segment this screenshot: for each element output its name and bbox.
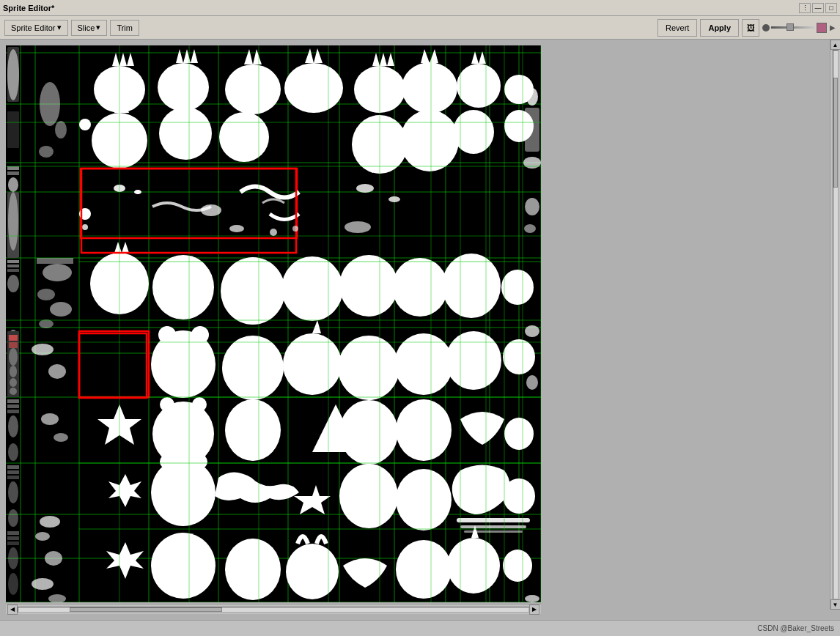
menu-icon-btn[interactable]: ⋮ — [799, 3, 811, 13]
scroll-down-arrow[interactable]: ▼ — [830, 599, 841, 610]
scroll-v-thumb[interactable] — [833, 78, 838, 188]
svg-point-124 — [37, 289, 55, 300]
trim-btn[interactable]: Trim — [110, 20, 139, 36]
svg-point-86 — [338, 336, 399, 400]
title-bar-left: Sprite Editor* — [3, 4, 54, 12]
svg-point-69 — [221, 257, 285, 325]
vertical-scrollbar[interactable]: ▲ ▼ — [830, 40, 840, 610]
svg-rect-170 — [7, 399, 19, 403]
zoom-slider[interactable] — [771, 23, 815, 33]
svg-point-116 — [525, 595, 539, 602]
svg-point-73 — [442, 254, 501, 318]
sprite-editor-label: Sprite Editor — [11, 23, 56, 32]
svg-point-107 — [396, 469, 452, 530]
svg-rect-161 — [7, 269, 19, 272]
svg-point-53 — [388, 196, 400, 202]
horizontal-scrollbar[interactable]: ◀ ▶ — [6, 604, 541, 614]
svg-point-187 — [39, 146, 54, 158]
svg-point-127 — [526, 88, 538, 106]
svg-point-125 — [50, 302, 72, 317]
svg-rect-122 — [37, 258, 73, 264]
scroll-h-thumb[interactable] — [70, 607, 223, 612]
svg-point-71 — [339, 255, 398, 317]
svg-point-82 — [191, 326, 209, 344]
svg-rect-176 — [7, 470, 19, 474]
svg-point-129 — [523, 157, 541, 169]
svg-point-74 — [501, 270, 534, 305]
svg-point-178 — [8, 481, 18, 503]
svg-point-87 — [394, 333, 453, 395]
svg-marker-26 — [112, 53, 134, 66]
svg-point-112 — [396, 540, 452, 599]
svg-rect-61 — [7, 166, 19, 170]
svg-rect-175 — [7, 465, 19, 469]
svg-point-41 — [7, 49, 19, 100]
svg-point-109 — [151, 533, 215, 599]
maximize-btn[interactable]: □ — [825, 3, 837, 13]
svg-point-190 — [79, 119, 91, 130]
minimize-btn[interactable]: — — [812, 3, 824, 13]
svg-point-51 — [134, 190, 141, 194]
apply-button[interactable]: Apply — [700, 19, 739, 37]
svg-point-58 — [400, 110, 459, 171]
zoom-dot-min — [762, 24, 770, 32]
scroll-h-track[interactable] — [18, 607, 529, 613]
svg-rect-159 — [7, 260, 19, 263]
svg-point-115 — [503, 550, 532, 582]
sprite-editor-canvas[interactable] — [6, 45, 541, 602]
svg-marker-28 — [176, 49, 198, 63]
svg-point-79 — [48, 364, 66, 379]
svg-rect-177 — [7, 476, 19, 479]
svg-point-118 — [35, 532, 50, 541]
svg-rect-165 — [9, 342, 18, 348]
canvas-wrapper: ◀ ▶ — [0, 40, 840, 620]
svg-point-166 — [9, 348, 18, 366]
svg-rect-182 — [7, 541, 19, 545]
trim-label: Trim — [117, 23, 133, 32]
svg-point-52 — [356, 184, 374, 193]
svg-point-89 — [503, 339, 535, 374]
svg-point-135 — [82, 224, 88, 230]
scroll-right-arrow[interactable]: ▶ — [529, 604, 539, 615]
svg-point-95 — [225, 399, 281, 461]
svg-point-47 — [159, 107, 212, 160]
svg-point-132 — [525, 325, 539, 337]
title-bar: Sprite Editor* ⋮ — □ — [0, 0, 840, 16]
svg-point-98 — [396, 399, 452, 461]
svg-point-174 — [8, 443, 18, 461]
view-icon: 🖼 — [747, 23, 755, 32]
svg-point-130 — [525, 198, 539, 215]
scroll-up-arrow[interactable]: ▲ — [830, 40, 841, 50]
svg-point-29 — [225, 64, 281, 114]
svg-point-113 — [447, 538, 500, 594]
svg-point-111 — [286, 544, 339, 599]
svg-rect-62 — [7, 171, 19, 175]
svg-point-35 — [402, 62, 457, 114]
svg-point-93 — [160, 397, 174, 412]
svg-point-120 — [32, 578, 54, 590]
svg-point-183 — [8, 547, 18, 569]
svg-point-83 — [222, 336, 284, 400]
svg-point-189 — [292, 226, 298, 232]
svg-point-173 — [8, 415, 18, 437]
svg-rect-181 — [7, 536, 19, 540]
svg-point-31 — [284, 63, 343, 113]
svg-point-103 — [160, 454, 174, 469]
scroll-v-track[interactable] — [833, 50, 839, 599]
svg-rect-180 — [7, 531, 19, 535]
svg-point-65 — [8, 192, 18, 251]
svg-point-184 — [8, 573, 18, 595]
slice-menu-btn[interactable]: Slice ▾ — [71, 20, 108, 36]
svg-point-110 — [225, 539, 281, 600]
svg-point-119 — [45, 551, 62, 566]
main-area: ▲ ▼ — [0, 40, 840, 620]
revert-button[interactable]: Revert — [657, 19, 697, 37]
svg-point-169 — [10, 388, 17, 395]
view-icon-btn[interactable]: 🖼 — [742, 19, 759, 37]
svg-point-100 — [41, 413, 59, 425]
svg-point-37 — [457, 64, 501, 108]
svg-rect-171 — [7, 404, 19, 408]
sprite-editor-menu-btn[interactable]: Sprite Editor ▾ — [4, 20, 68, 36]
scroll-right-icon: ▶ — [830, 23, 836, 32]
scroll-left-arrow[interactable]: ◀ — [7, 604, 18, 615]
